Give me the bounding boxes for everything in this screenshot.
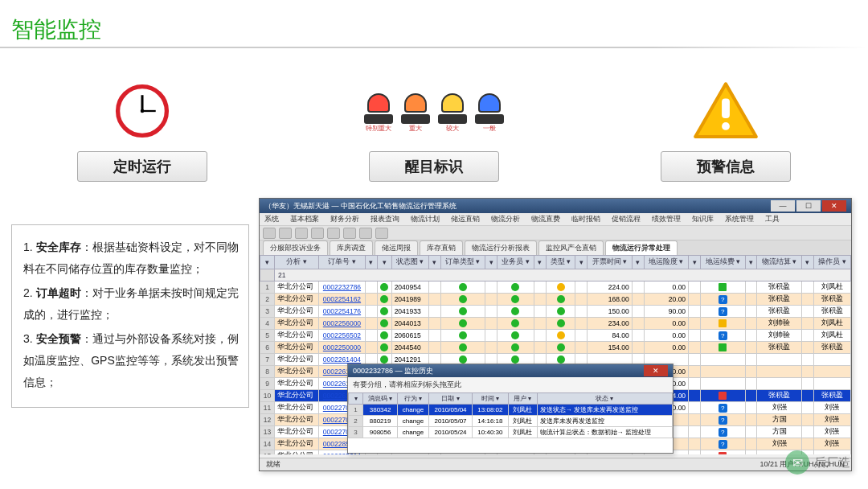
column-header[interactable]: 地运险度 ▾ xyxy=(644,256,689,269)
table-row[interactable]: 4华北分公司00022560002044013234.000.00刘帅验刘凤杜 xyxy=(260,318,851,330)
window-titlebar[interactable]: （华友）无锡新天港 — 中国石化化工销售物流运行管理系统 — ☐ ✕ xyxy=(260,199,851,213)
feature-timer: 定时运行 xyxy=(77,79,207,182)
minimize-button[interactable]: — xyxy=(771,200,795,212)
column-header[interactable]: 状态图 ▾ xyxy=(391,256,428,269)
maximize-button[interactable]: ☐ xyxy=(796,200,821,212)
column-header[interactable]: ▾ xyxy=(534,256,546,269)
menu-item[interactable]: 系统 xyxy=(264,214,279,224)
tab[interactable]: 物流运行异常处理 xyxy=(605,240,678,255)
menu-item[interactable]: 临时报销 xyxy=(571,214,600,224)
column-header[interactable]: ▾ xyxy=(485,256,497,269)
toolbar-button[interactable] xyxy=(311,228,324,239)
column-header[interactable]: ▾ xyxy=(365,256,377,269)
column-header[interactable]: 日期 ▾ xyxy=(428,393,473,405)
feature-alert: 特别重大 重大 较大 一般 醒目标识 xyxy=(362,79,506,182)
column-header[interactable]: 业务员 ▾ xyxy=(497,256,534,269)
column-header[interactable]: 行为 ▾ xyxy=(398,393,429,405)
column-header[interactable]: ▾ xyxy=(349,393,363,405)
column-header[interactable]: 用户 ▾ xyxy=(508,393,537,405)
popup-history[interactable]: 0002232786 — 监控历史 ✕ 有要分组，请将相应列标头拖至此 ▾消息码… xyxy=(347,364,674,454)
menu-item[interactable]: 报表查询 xyxy=(371,214,399,224)
column-header[interactable]: ▾ xyxy=(575,256,588,269)
clock-icon xyxy=(112,79,173,143)
tab[interactable]: 分服部投诉业务 xyxy=(263,240,328,255)
column-header[interactable]: ▾ xyxy=(689,256,701,269)
menu-item[interactable]: 储运直销 xyxy=(451,214,480,224)
menu-item[interactable]: 系统管理 xyxy=(725,214,754,224)
page-title: 智能监控 xyxy=(11,14,101,45)
column-header[interactable]: ▾ xyxy=(260,256,275,269)
toolbar-button[interactable] xyxy=(263,228,276,239)
column-header[interactable]: 时间 ▾ xyxy=(473,393,508,405)
menu-item[interactable]: 促销流程 xyxy=(612,214,641,224)
watermark: ✉ 后厂造 xyxy=(785,450,850,475)
status-left: 就绪 xyxy=(266,459,280,470)
toolbar-button[interactable] xyxy=(295,228,308,239)
toolbar-button[interactable] xyxy=(343,228,356,239)
column-header[interactable]: 订单号 ▾ xyxy=(319,256,366,269)
description-item: 安全库存：根据基础资料设定，对不同物料在不同储存位置的库存数量监控； xyxy=(23,236,239,279)
tab[interactable]: 监控风产仓直销 xyxy=(538,240,604,255)
column-header[interactable]: ▾ xyxy=(745,256,757,269)
description-item: 安全预警：通过与外部设备系统对接，例如温度监控、GPS监控等等，系统发出预警信息… xyxy=(23,328,239,392)
column-header[interactable]: 物流结算 ▾ xyxy=(757,256,802,269)
svg-rect-5 xyxy=(722,98,730,118)
btn-alert[interactable]: 醒目标识 xyxy=(369,151,499,182)
table-row[interactable]: 3华北分公司00022541762041933150.0090.00?张积盈张积… xyxy=(260,306,851,318)
svg-point-3 xyxy=(141,109,145,113)
popup-grid[interactable]: ▾消息码 ▾行为 ▾日期 ▾时间 ▾用户 ▾状态 ▾1380342change2… xyxy=(348,392,673,438)
column-header[interactable]: 分析 ▾ xyxy=(275,256,319,269)
table-row[interactable]: 1380342change2010/05/0413:08:02刘凤杜发送状态→ … xyxy=(349,405,673,416)
feature-warn: 预警信息 xyxy=(661,79,791,182)
table-row[interactable]: 2880219change2010/05/0714:16:18刘凤杜发送库未发再… xyxy=(349,416,673,427)
toolbar[interactable] xyxy=(260,226,851,240)
tab-bar[interactable]: 分服部投诉业务库房调查储运周报库存直销物流运行分析报表监控风产仓直销物流运行异常… xyxy=(260,240,851,255)
column-header[interactable]: 消息码 ▾ xyxy=(363,393,398,405)
menu-item[interactable]: 物流直费 xyxy=(531,214,560,224)
toolbar-button[interactable] xyxy=(327,228,340,239)
column-header[interactable]: 操作员 ▾ xyxy=(813,256,850,269)
tab[interactable]: 库房调查 xyxy=(330,240,373,255)
table-row[interactable]: 6华北分公司00022500002044540154.000.00张积盈张积盈 xyxy=(260,342,851,354)
table-row[interactable]: 5华北分公司0002256502206061584.000.00?刘帅验刘凤杜 xyxy=(260,330,851,342)
status-bar: 就绪 10/21 用户: XUHANCHUN xyxy=(260,458,851,471)
sirens-icon: 特别重大 重大 较大 一般 xyxy=(362,79,506,143)
tab[interactable]: 储运周报 xyxy=(375,240,418,255)
window-title: （华友）无锡新天港 — 中国石化化工销售物流运行管理系统 xyxy=(264,201,457,212)
column-header[interactable]: 开票时间 ▾ xyxy=(588,256,633,269)
column-header[interactable]: 订单类型 ▾ xyxy=(440,256,485,269)
column-header[interactable]: ▾ xyxy=(632,256,644,269)
popup-message: 有要分组，请将相应列标头拖至此 xyxy=(348,377,673,392)
table-row[interactable]: 3908056change2010/05/2410:40:30刘凤杜物流计算总状… xyxy=(349,427,673,438)
description-item: 订单超时：对于业务单据未按时间规定完成的，进行监控； xyxy=(23,282,239,325)
menu-item[interactable]: 知识库 xyxy=(692,214,714,224)
column-header[interactable]: 地运续费 ▾ xyxy=(700,256,745,269)
toolbar-button[interactable] xyxy=(359,228,372,239)
menu-item[interactable]: 基本档案 xyxy=(290,214,319,224)
popup-title: 0002232786 — 监控历史 xyxy=(353,366,433,376)
tab[interactable]: 库存直销 xyxy=(420,240,463,255)
column-header[interactable]: ▾ xyxy=(428,256,440,269)
menu-item[interactable]: 物流分析 xyxy=(491,214,520,224)
btn-warn[interactable]: 预警信息 xyxy=(661,151,791,182)
btn-timer[interactable]: 定时运行 xyxy=(77,151,207,182)
menu-bar[interactable]: 系统基本档案财务分析报表查询物流计划储运直销物流分析物流直费临时报销促销流程绩效… xyxy=(260,213,851,226)
close-button[interactable]: ✕ xyxy=(822,200,846,212)
column-header[interactable]: 类型 ▾ xyxy=(546,256,575,269)
table-row[interactable]: 1华北分公司00022327862040954224.000.00张积盈刘凤杜 xyxy=(260,281,851,294)
title-underline xyxy=(0,47,868,48)
menu-item[interactable]: 工具 xyxy=(765,214,780,224)
column-header[interactable]: ▾ xyxy=(801,256,813,269)
warning-icon xyxy=(692,79,760,143)
table-row[interactable]: 2华北分公司00022541622041989168.0020.00?张积盈张积… xyxy=(260,294,851,306)
menu-item[interactable]: 绩效管理 xyxy=(652,214,681,224)
toolbar-button[interactable] xyxy=(279,228,292,239)
toolbar-button[interactable] xyxy=(375,228,388,239)
column-header[interactable]: 状态 ▾ xyxy=(537,393,673,405)
popup-close-button[interactable]: ✕ xyxy=(644,365,668,376)
tab[interactable]: 物流运行分析报表 xyxy=(465,240,537,255)
menu-item[interactable]: 物流计划 xyxy=(411,214,440,224)
menu-item[interactable]: 财务分析 xyxy=(330,214,359,224)
feature-row: 定时运行 特别重大 重大 较大 一般 醒目标识 预警信息 xyxy=(0,69,868,182)
column-header[interactable]: ▾ xyxy=(377,256,391,269)
